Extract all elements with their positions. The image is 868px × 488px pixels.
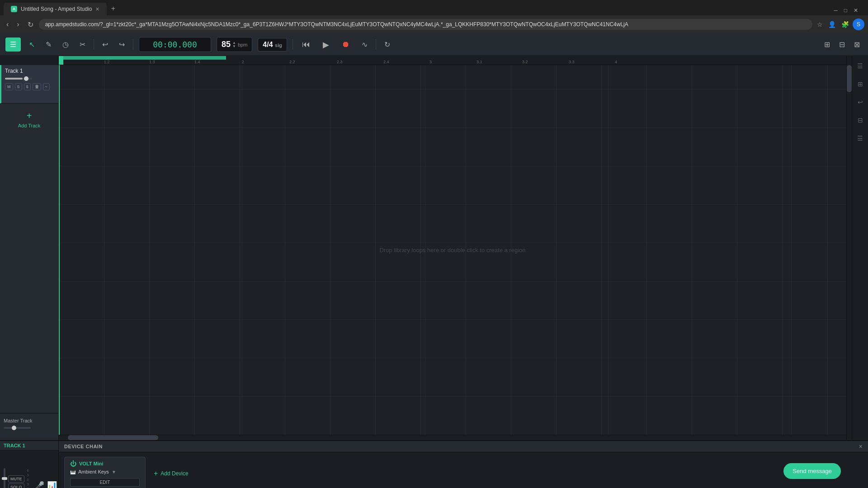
browser-tabs: A Untitled Song - Amped Studio × + ─ □ ✕ bbox=[0, 0, 868, 15]
sig-label: sig bbox=[275, 42, 282, 48]
clock-tool-button[interactable]: ◷ bbox=[60, 38, 71, 51]
minimize-button[interactable]: ─ bbox=[831, 5, 840, 15]
undo-icon: ↩ bbox=[102, 41, 108, 48]
cursor-icon: ↖ bbox=[29, 41, 35, 48]
send-message-button[interactable]: Send message bbox=[783, 463, 841, 479]
sidebar-grid-button[interactable]: ⊞ bbox=[854, 78, 867, 90]
master-volume-slider[interactable] bbox=[4, 427, 31, 429]
play-button[interactable]: ▶ bbox=[319, 38, 333, 52]
device-chain-title: DEVICE CHAIN bbox=[64, 444, 103, 449]
mix-panel: TRACK 1 MUTE SOLO 63036 bbox=[0, 441, 59, 488]
cursor-tool-button[interactable]: ↖ bbox=[26, 38, 38, 51]
play-icon: ▶ bbox=[323, 40, 329, 49]
maximize-button[interactable]: □ bbox=[841, 5, 850, 15]
mix-mute-button[interactable]: MUTE bbox=[8, 475, 24, 483]
svg-rect-5 bbox=[59, 65, 846, 435]
mix-icon: ⊠ bbox=[854, 41, 860, 48]
add-device-label: Add Device bbox=[160, 470, 188, 477]
device-chain-close-button[interactable]: × bbox=[859, 443, 863, 450]
close-window-button[interactable]: ✕ bbox=[851, 5, 861, 15]
scissors-tool-button[interactable]: ✂ bbox=[77, 38, 88, 51]
record-button[interactable]: ⏺ bbox=[338, 38, 354, 51]
back-button[interactable]: ‹ bbox=[4, 19, 11, 30]
user-avatar: S bbox=[853, 19, 864, 30]
sidebar-right: ☰ ⊞ ↩ ⊟ ☰ bbox=[852, 56, 868, 440]
browser-tab[interactable]: A Untitled Song - Amped Studio × bbox=[4, 3, 107, 15]
forward-button[interactable]: › bbox=[14, 19, 22, 30]
track-1-solo-button[interactable]: S bbox=[15, 83, 22, 90]
automation-button[interactable]: ∿ bbox=[359, 38, 370, 51]
track-1-mute-button[interactable]: M bbox=[5, 83, 13, 90]
horizontal-scrollbar[interactable] bbox=[59, 435, 846, 440]
menu-button[interactable]: ☰ bbox=[5, 38, 21, 52]
bpm-controls[interactable]: ▲ ▼ bbox=[232, 41, 236, 48]
profile-button[interactable]: 👤 bbox=[826, 19, 838, 30]
close-tab-icon[interactable]: × bbox=[95, 5, 99, 13]
undo-button[interactable]: ↩ bbox=[99, 38, 111, 51]
track-1-expand-button[interactable]: ~ bbox=[43, 83, 50, 90]
bookmark-button[interactable]: ☆ bbox=[815, 19, 825, 30]
track-1-arm-button[interactable]: $ bbox=[24, 83, 31, 90]
bpm-display[interactable]: 85 ▲ ▼ bpm bbox=[217, 37, 252, 52]
pencil-tool-button[interactable]: ✎ bbox=[43, 38, 54, 51]
track-1-volume-knob[interactable] bbox=[24, 76, 28, 81]
vertical-scrollbar[interactable] bbox=[846, 56, 852, 440]
master-track-header[interactable]: Master Track bbox=[0, 413, 58, 440]
track-area: Track 1 M S $ 🗑 ~ bbox=[0, 56, 852, 440]
mix-fader-container[interactable] bbox=[4, 468, 5, 488]
redo-button[interactable]: ↪ bbox=[116, 38, 127, 51]
sig-value: 4/4 bbox=[263, 41, 273, 48]
sidebar-browse-button[interactable]: ☰ bbox=[854, 60, 867, 72]
mix-mute-solo: MUTE SOLO bbox=[8, 475, 24, 488]
loop-region[interactable] bbox=[59, 56, 226, 60]
track-1-delete-button[interactable]: 🗑 bbox=[33, 83, 41, 90]
master-volume-knob[interactable] bbox=[12, 426, 16, 430]
device-dropdown-icon[interactable]: ▼ bbox=[112, 469, 116, 474]
loop-button[interactable]: ↻ bbox=[382, 38, 393, 51]
ruler-track[interactable]: 1 1.2 1.3 1.4 2 2.2 2.3 2.4 3 3.1 3.2 bbox=[59, 56, 846, 65]
tool-btn-1[interactable]: ⊞ bbox=[821, 38, 833, 51]
pencil-icon: ✎ bbox=[46, 41, 52, 48]
toolbar: ☰ ↖ ✎ ◷ ✂ ↩ ↪ 00:00.000 85 ▲ ▼ bbox=[0, 33, 868, 56]
device-power-icon[interactable]: ⏻ bbox=[70, 460, 76, 467]
device-chain-content: ⏻ VOLT Mini 🎹 Ambient Keys ▼ EDIT + Add … bbox=[59, 452, 868, 488]
go-start-button[interactable]: ⏮ bbox=[298, 38, 314, 51]
sidebar-plugin-button[interactable]: ⊟ bbox=[854, 114, 867, 127]
tab-favicon: A bbox=[11, 6, 17, 12]
mix-fader-track[interactable] bbox=[4, 468, 5, 488]
time-sig-display[interactable]: 4/4 sig bbox=[258, 38, 287, 52]
reload-button[interactable]: ↻ bbox=[25, 19, 36, 31]
tool-btn-2[interactable]: ⊟ bbox=[836, 38, 848, 51]
mix-solo-button[interactable]: SOLO bbox=[8, 483, 24, 488]
track-1-header[interactable]: Track 1 M S $ 🗑 ~ bbox=[0, 65, 58, 103]
bpm-arrows: ▲ ▼ bbox=[232, 41, 236, 48]
device-name-row: 🎹 Ambient Keys ▼ bbox=[70, 469, 140, 474]
eq-icon[interactable]: 📊 bbox=[47, 481, 57, 488]
svg-text:A: A bbox=[13, 7, 16, 11]
url-input[interactable] bbox=[39, 19, 812, 30]
add-track-button[interactable]: + Add Track bbox=[0, 103, 58, 136]
mic-icon[interactable]: 🎤 bbox=[34, 481, 44, 488]
track-1-volume-slider[interactable] bbox=[5, 78, 32, 80]
right-tools: ⊞ ⊟ ⊠ bbox=[821, 38, 863, 51]
tool-btn-3[interactable]: ⊠ bbox=[851, 38, 863, 51]
sidebar-settings-button[interactable]: ☰ bbox=[854, 132, 867, 145]
volt-mini-device[interactable]: ⏻ VOLT Mini 🎹 Ambient Keys ▼ EDIT bbox=[64, 457, 146, 488]
extensions-button[interactable]: 🧩 bbox=[840, 19, 851, 30]
track-1-mix-label: TRACK 1 bbox=[0, 441, 58, 450]
bpm-label: bpm bbox=[238, 42, 247, 47]
device-edit-button[interactable]: EDIT bbox=[70, 478, 140, 487]
new-tab-button[interactable]: + bbox=[107, 2, 120, 15]
record-icon: ⏺ bbox=[342, 40, 350, 49]
time-display[interactable]: 00:00.000 bbox=[139, 37, 211, 52]
device-chain-header: DEVICE CHAIN × bbox=[59, 441, 868, 452]
add-device-button[interactable]: + Add Device bbox=[151, 467, 191, 480]
divider-1 bbox=[94, 39, 94, 50]
browser-right-icons: ☆ 👤 🧩 S bbox=[815, 19, 864, 30]
grid-icon: ⊞ bbox=[824, 41, 830, 48]
grid-area[interactable]: Drop library loops here or double click … bbox=[59, 65, 846, 435]
mix-fader-knob[interactable] bbox=[2, 477, 7, 480]
tab-title: Untitled Song - Amped Studio bbox=[21, 6, 92, 12]
mix-controls-area: MUTE SOLO 63036 🎤 📊 bbox=[0, 450, 58, 488]
sidebar-undo-button[interactable]: ↩ bbox=[854, 96, 867, 108]
